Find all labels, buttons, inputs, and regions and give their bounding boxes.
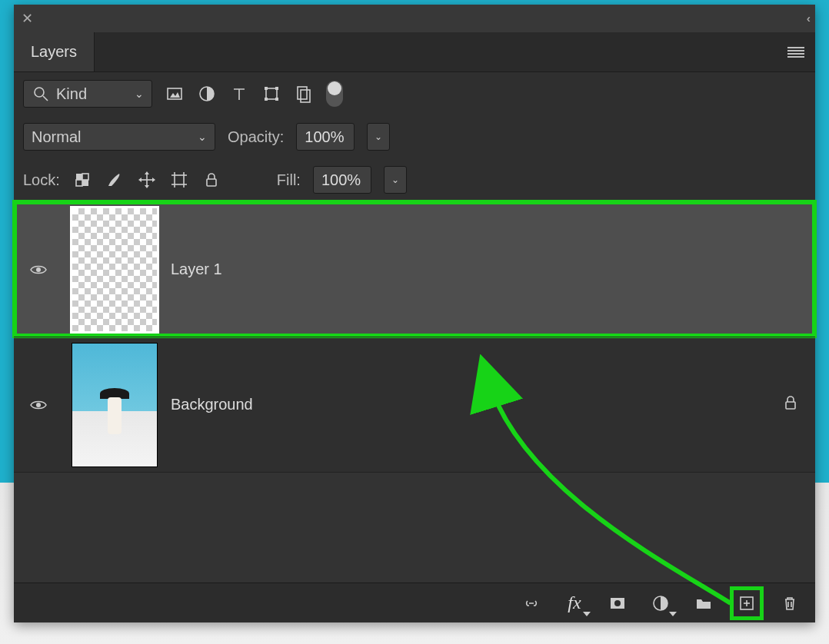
layer-row[interactable]: Layer 1 <box>14 201 815 337</box>
fill-dropdown-icon[interactable]: ⌄ <box>384 166 407 194</box>
svg-rect-22 <box>175 175 184 184</box>
opacity-input[interactable]: 100% <box>296 123 355 151</box>
tab-spacer <box>95 32 777 71</box>
filter-adjustment-icon[interactable] <box>197 84 217 104</box>
panel-tabs: Layers <box>14 32 815 72</box>
blend-mode-value: Normal <box>32 128 81 146</box>
svg-point-0 <box>35 88 44 97</box>
svg-marker-19 <box>145 185 149 188</box>
layers-list: Layer 1 Background <box>14 201 815 583</box>
svg-rect-14 <box>82 174 88 180</box>
filter-type-icon[interactable] <box>229 84 249 104</box>
link-layers-icon[interactable] <box>520 592 543 615</box>
filter-smartobject-icon[interactable] <box>294 84 314 104</box>
lock-label: Lock: <box>23 171 60 189</box>
svg-rect-15 <box>76 180 82 186</box>
layer-thumbnail[interactable] <box>72 208 157 331</box>
lock-paint-icon[interactable] <box>105 170 125 190</box>
chevron-down-icon: ⌄ <box>198 131 207 143</box>
lock-position-icon[interactable] <box>137 170 157 190</box>
layer-row[interactable]: Background <box>14 337 815 472</box>
fill-label: Fill: <box>277 171 301 189</box>
visibility-toggle[interactable] <box>14 261 63 279</box>
svg-rect-10 <box>298 87 307 99</box>
close-icon[interactable]: ✕ <box>22 10 33 27</box>
delete-layer-icon[interactable] <box>778 592 801 615</box>
fill-input[interactable]: 100% <box>313 166 371 194</box>
layers-empty-area <box>14 472 815 583</box>
svg-rect-9 <box>275 98 278 101</box>
layers-panel: ✕ ‹‹ Layers Kind ⌄ <box>14 5 815 622</box>
svg-marker-18 <box>145 171 149 174</box>
fill-value: 100% <box>321 171 361 189</box>
lock-all-icon[interactable] <box>201 170 221 190</box>
svg-rect-34 <box>786 402 795 409</box>
svg-marker-21 <box>152 178 155 182</box>
svg-rect-8 <box>265 98 268 101</box>
svg-rect-11 <box>301 90 310 102</box>
svg-rect-5 <box>266 88 277 99</box>
opacity-dropdown-icon[interactable]: ⌄ <box>367 123 390 151</box>
blend-row: Normal ⌄ Opacity: 100% ⌄ <box>14 115 815 158</box>
eye-icon <box>29 396 48 414</box>
lock-icon[interactable] <box>781 393 800 416</box>
layer-style-icon[interactable]: fx <box>563 592 586 615</box>
svg-rect-13 <box>82 180 88 186</box>
svg-marker-3 <box>170 92 180 98</box>
blend-mode-dropdown[interactable]: Normal ⌄ <box>23 123 215 151</box>
layers-bottom-bar: fx <box>14 583 815 622</box>
filter-toggle[interactable] <box>326 81 343 107</box>
lock-row: Lock: Fill: 100% ⌄ <box>14 158 815 201</box>
tab-layers[interactable]: Layers <box>14 32 95 71</box>
lock-transparent-icon[interactable] <box>72 170 92 190</box>
new-layer-icon[interactable] <box>735 592 758 615</box>
layer-name[interactable]: Layer 1 <box>171 261 222 278</box>
svg-point-33 <box>36 403 41 407</box>
svg-rect-12 <box>76 174 82 180</box>
filter-shape-icon[interactable] <box>261 84 281 104</box>
add-mask-icon[interactable] <box>606 592 629 615</box>
opacity-label: Opacity: <box>228 128 284 146</box>
svg-point-36 <box>614 600 621 606</box>
svg-rect-6 <box>265 87 268 90</box>
lock-artboard-icon[interactable] <box>169 170 189 190</box>
eye-icon <box>29 261 48 279</box>
svg-point-32 <box>36 267 41 272</box>
chevron-down-icon: ⌄ <box>135 88 144 100</box>
tab-label: Layers <box>31 43 77 61</box>
panel-menu-icon[interactable] <box>777 32 815 71</box>
layer-name[interactable]: Background <box>171 396 253 413</box>
search-icon <box>32 85 50 103</box>
toggle-knob <box>328 81 341 95</box>
filter-kind-dropdown[interactable]: Kind ⌄ <box>23 80 152 108</box>
svg-marker-20 <box>138 178 141 182</box>
filter-kind-label: Kind <box>56 85 87 103</box>
filter-row: Kind ⌄ <box>14 72 815 115</box>
new-group-icon[interactable] <box>692 592 715 615</box>
visibility-toggle[interactable] <box>14 396 63 414</box>
add-adjustment-icon[interactable] <box>649 592 672 615</box>
opacity-value: 100% <box>305 128 344 146</box>
svg-rect-7 <box>275 87 278 90</box>
filter-pixel-icon[interactable] <box>165 84 185 104</box>
layer-thumbnail[interactable] <box>72 344 157 466</box>
svg-rect-31 <box>207 179 216 186</box>
panel-titlebar: ✕ ‹‹ <box>14 5 815 32</box>
collapse-icon[interactable]: ‹‹ <box>807 12 807 25</box>
svg-line-1 <box>43 96 48 101</box>
